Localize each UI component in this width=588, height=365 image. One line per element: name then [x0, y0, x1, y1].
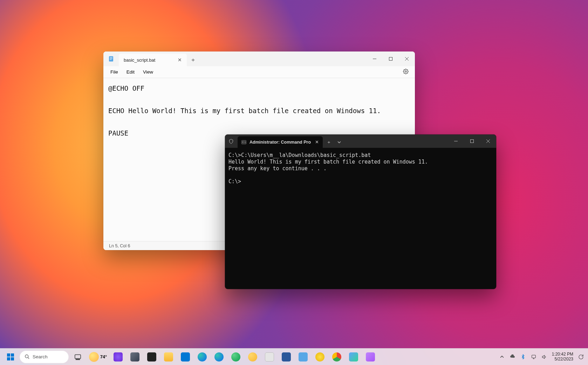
taskbar-search[interactable]: Search: [20, 351, 69, 363]
taskbar-clock[interactable]: 1:20:42 PM 5/22/2023: [550, 352, 575, 362]
admin-shield-icon: [225, 135, 237, 148]
terminal-new-tab-button[interactable]: ＋: [323, 136, 335, 148]
terminal-titlebar[interactable]: C:\ Administrator: Command Pro ✕ ＋: [225, 135, 496, 148]
clock-time: 1:20:42 PM: [552, 352, 573, 357]
notepad-menubar: File Edit View: [103, 66, 415, 78]
svg-rect-3: [110, 60, 111, 60]
tray-volume-icon[interactable]: [539, 350, 549, 364]
svg-rect-16: [11, 353, 14, 357]
svg-rect-5: [389, 57, 392, 61]
svg-rect-0: [109, 56, 113, 62]
svg-line-20: [28, 358, 29, 359]
terminal-tab[interactable]: C:\ Administrator: Command Pro ✕: [238, 136, 323, 148]
svg-rect-17: [7, 357, 10, 360]
taskbar-app-chrome[interactable]: [329, 350, 344, 364]
tray-notifications-icon[interactable]: [576, 350, 586, 364]
taskbar-app-notepad[interactable]: [295, 350, 311, 364]
terminal-window: C:\ Administrator: Command Pro ✕ ＋ C:\>C…: [225, 135, 496, 289]
svg-rect-21: [75, 354, 81, 358]
svg-point-19: [25, 355, 28, 358]
minimize-button[interactable]: [367, 51, 383, 66]
svg-rect-12: [471, 140, 474, 143]
terminal-tab-title: Administrator: Command Pro: [249, 140, 311, 145]
taskbar-app-word[interactable]: [279, 350, 294, 364]
notepad-titlebar[interactable]: basic_script.bat ✕ ＋: [103, 51, 415, 66]
notepad-tab-title: basic_script.bat: [124, 57, 155, 63]
svg-rect-23: [532, 355, 535, 358]
svg-rect-22: [76, 359, 80, 359]
weather-temp: 74°: [100, 354, 107, 359]
svg-rect-18: [11, 357, 14, 360]
maximize-button[interactable]: [464, 135, 480, 148]
terminal-tab-dropdown-icon[interactable]: [335, 136, 344, 148]
taskbar-app-edge-canary[interactable]: [245, 350, 260, 364]
weather-widget[interactable]: 74°: [87, 350, 109, 364]
menu-file[interactable]: File: [106, 68, 122, 76]
notepad-new-tab-button[interactable]: ＋: [187, 54, 199, 66]
search-icon: [25, 354, 30, 359]
tray-bluetooth-icon[interactable]: [518, 350, 528, 364]
taskbar-app-chrome-canary[interactable]: [312, 350, 328, 364]
close-button[interactable]: [480, 135, 496, 148]
tray-network-icon[interactable]: [529, 350, 539, 364]
notepad-tab-close-icon[interactable]: ✕: [176, 56, 183, 63]
settings-gear-icon[interactable]: [399, 67, 412, 77]
taskbar-app-misc2[interactable]: [363, 350, 378, 364]
cmd-icon: C:\: [241, 139, 247, 145]
start-button[interactable]: [3, 350, 18, 364]
svg-text:C:\: C:\: [242, 141, 246, 143]
clock-date: 5/22/2023: [552, 357, 573, 362]
search-label: Search: [33, 354, 48, 359]
svg-rect-1: [110, 57, 112, 58]
minimize-button[interactable]: [448, 135, 464, 148]
svg-point-8: [405, 71, 406, 72]
menu-view[interactable]: View: [139, 68, 157, 76]
taskbar-app-chat[interactable]: [110, 350, 126, 364]
taskbar-app-edge-beta[interactable]: [211, 350, 227, 364]
taskbar-app-outlook[interactable]: [178, 350, 193, 364]
notepad-app-icon: [103, 51, 119, 66]
svg-rect-15: [7, 353, 10, 357]
close-button[interactable]: [399, 51, 415, 66]
terminal-output[interactable]: C:\>C:\Users\m__la\Downloads\basic_scrip…: [225, 148, 496, 289]
maximize-button[interactable]: [383, 51, 399, 66]
taskbar-app-explorer[interactable]: [161, 350, 176, 364]
taskbar-app-misc1[interactable]: [346, 350, 361, 364]
svg-rect-2: [110, 58, 112, 59]
menu-edit[interactable]: Edit: [122, 68, 139, 76]
taskbar-app-edge-dev[interactable]: [228, 350, 244, 364]
taskbar: Search 74° 1:20:42 PM 5/22: [0, 348, 588, 365]
terminal-tab-close-icon[interactable]: ✕: [314, 139, 320, 145]
cursor-position: Ln 5, Col 6: [109, 243, 130, 248]
taskbar-app-edge[interactable]: [194, 350, 210, 364]
taskbar-app-snipping[interactable]: [262, 350, 277, 364]
taskbar-app-terminal[interactable]: [144, 350, 159, 364]
tray-onedrive-icon[interactable]: [508, 350, 518, 364]
taskbar-app-settings[interactable]: [127, 350, 143, 364]
task-view-button[interactable]: [70, 350, 86, 364]
notepad-tab[interactable]: basic_script.bat ✕: [119, 54, 187, 66]
weather-sun-icon: [89, 352, 99, 362]
tray-overflow-chevron-icon[interactable]: [497, 350, 507, 364]
